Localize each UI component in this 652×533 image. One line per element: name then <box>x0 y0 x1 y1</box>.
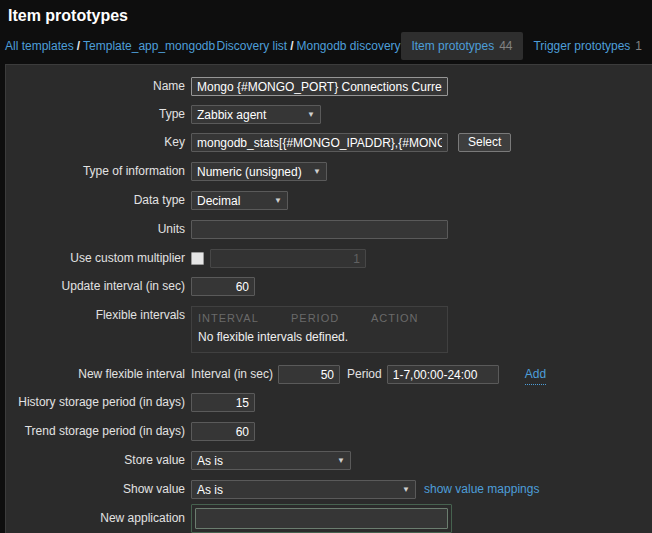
form-row-name: Name <box>0 77 652 96</box>
key-select-button[interactable]: Select <box>458 133 511 152</box>
flexible-intervals-table-header: INTERVAL PERIOD ACTION <box>192 307 447 326</box>
chevron-down-icon: ▼ <box>337 456 345 465</box>
history-storage-label: History storage period (in days) <box>0 393 185 412</box>
use-custom-multiplier-checkbox[interactable] <box>191 252 204 265</box>
type-select-value: Zabbix agent <box>197 108 266 122</box>
flexible-intervals-label: Flexible intervals <box>0 306 185 325</box>
data-type-select-value: Decimal <box>197 194 240 208</box>
breadcrumb-discovery-path: Discovery list / Mongodb discovery <box>216 39 400 53</box>
chevron-down-icon: ▼ <box>307 110 315 119</box>
new-flexible-interval-period-label: Period <box>347 365 382 384</box>
column-header-interval: INTERVAL <box>198 312 291 324</box>
show-value-label: Show value <box>0 480 185 499</box>
form-row-type: Type Zabbix agent ▼ <box>0 105 652 124</box>
column-header-period: PERIOD <box>291 312 371 324</box>
tab-trigger-prototypes[interactable]: Trigger prototypes 1 <box>523 32 652 60</box>
breadcrumb-separator: / <box>290 39 293 53</box>
item-prototypes-page: Item prototypes All templates / Template… <box>0 0 652 533</box>
tab-item-prototypes-count: 44 <box>499 39 512 53</box>
chevron-down-icon: ▼ <box>402 485 410 494</box>
store-value-select[interactable]: As is ▼ <box>191 451 351 470</box>
new-flexible-interval-input[interactable] <box>278 365 340 384</box>
data-type-label: Data type <box>0 191 185 210</box>
flexible-intervals-empty-text: No flexible intervals defined. <box>192 326 447 352</box>
new-application-input[interactable] <box>195 508 448 529</box>
data-type-select[interactable]: Decimal ▼ <box>191 191 288 210</box>
show-value-mappings-link[interactable]: show value mappings <box>424 480 539 499</box>
form-row-units: Units <box>0 220 652 239</box>
type-select[interactable]: Zabbix agent ▼ <box>191 105 321 124</box>
form-row-new-application: New application <box>0 504 652 533</box>
form-row-use-custom-multiplier: Use custom multiplier <box>0 249 652 268</box>
new-flexible-interval-label: New flexible interval <box>0 365 185 384</box>
type-of-information-select-value: Numeric (unsigned) <box>197 165 302 179</box>
history-storage-input[interactable] <box>191 393 255 412</box>
use-custom-multiplier-label: Use custom multiplier <box>0 249 185 268</box>
key-input[interactable] <box>191 133 448 152</box>
form-row-show-value: Show value As is ▼ show value mappings <box>0 480 652 499</box>
form-row-flexible-intervals: Flexible intervals INTERVAL PERIOD ACTIO… <box>0 306 652 353</box>
form-row-type-of-information: Type of information Numeric (unsigned) ▼ <box>0 162 652 181</box>
page-title: Item prototypes <box>8 7 128 25</box>
form-row-key: Key Select <box>0 133 652 152</box>
breadcrumb-separator: / <box>77 39 80 53</box>
units-label: Units <box>0 220 185 239</box>
form-row-trend-storage: Trend storage period (in days) <box>0 422 652 441</box>
type-of-information-select[interactable]: Numeric (unsigned) ▼ <box>191 162 327 181</box>
new-flexible-interval-interval-label: Interval (in sec) <box>191 365 273 384</box>
key-label: Key <box>0 133 185 152</box>
breadcrumb-link-discovery-list[interactable]: Discovery list <box>216 39 287 53</box>
store-value-label: Store value <box>0 451 185 470</box>
flexible-intervals-table: INTERVAL PERIOD ACTION No flexible inter… <box>191 306 448 353</box>
breadcrumb-link-mongodb-discovery[interactable]: Mongodb discovery <box>297 39 401 53</box>
tab-trigger-prototypes-count: 1 <box>635 39 642 53</box>
trend-storage-label: Trend storage period (in days) <box>0 422 185 441</box>
form-row-history-storage: History storage period (in days) <box>0 393 652 412</box>
form-row-update-interval: Update interval (in sec) <box>0 277 652 296</box>
new-application-field-outline <box>191 504 452 533</box>
form-row-store-value: Store value As is ▼ <box>0 451 652 470</box>
custom-multiplier-input[interactable] <box>210 249 366 268</box>
tab-item-prototypes[interactable]: Item prototypes 44 <box>401 32 522 60</box>
chevron-down-icon: ▼ <box>274 196 282 205</box>
add-flexible-interval-link[interactable]: Add <box>525 365 546 385</box>
breadcrumb: All templates / Template_app_mongodb Dis… <box>5 31 652 61</box>
store-value-select-value: As is <box>197 454 223 468</box>
form-row-new-flexible-interval: New flexible interval Interval (in sec) … <box>0 365 652 385</box>
column-header-action: ACTION <box>371 312 419 324</box>
name-input[interactable] <box>191 77 448 96</box>
tab-item-prototypes-label[interactable]: Item prototypes <box>411 39 494 53</box>
show-value-select-value: As is <box>197 483 223 497</box>
units-input[interactable] <box>191 220 448 239</box>
name-label: Name <box>0 77 185 96</box>
chevron-down-icon: ▼ <box>313 167 321 176</box>
breadcrumb-link-all-templates[interactable]: All templates <box>5 39 74 53</box>
breadcrumb-link-template-app-mongodb[interactable]: Template_app_mongodb <box>83 39 215 53</box>
form-row-data-type: Data type Decimal ▼ <box>0 191 652 210</box>
type-of-information-label: Type of information <box>0 162 185 181</box>
type-label: Type <box>0 105 185 124</box>
new-flexible-interval-period-input[interactable] <box>387 365 499 384</box>
trend-storage-input[interactable] <box>191 422 255 441</box>
tab-trigger-prototypes-label[interactable]: Trigger prototypes <box>533 39 630 53</box>
update-interval-label: Update interval (in sec) <box>0 277 185 296</box>
update-interval-input[interactable] <box>191 277 255 296</box>
breadcrumb-template-path: All templates / Template_app_mongodb <box>5 39 215 53</box>
new-application-label: New application <box>0 504 185 533</box>
show-value-select[interactable]: As is ▼ <box>191 480 416 499</box>
